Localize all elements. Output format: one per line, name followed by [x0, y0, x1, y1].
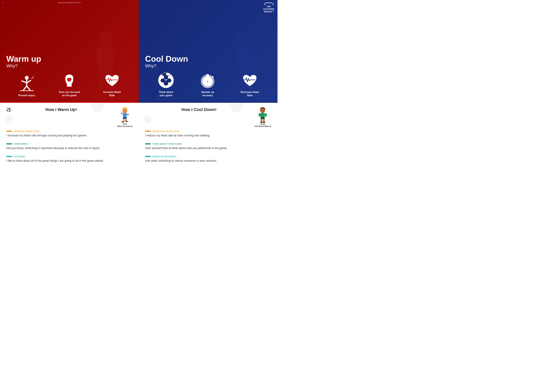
- copyright-text: ©: [2, 2, 3, 3]
- svg-text:⚜: ⚜: [207, 81, 208, 83]
- warmup-cat-label-2: STRETCHING: [14, 143, 28, 145]
- cooldown-title: Cool Down: [145, 54, 271, 63]
- svg-point-27: [236, 31, 249, 46]
- greg-mascot-figure: [257, 107, 269, 123]
- cooldown-hero: THECOACHINGMANUAL® Cool Down Why?: [139, 0, 278, 102]
- cooldown-category-heartrate: DECREASE HEART RATE: [145, 130, 271, 132]
- bar-green-2: [145, 143, 151, 144]
- warmup-icon-heartrate: Increase HeartRate: [103, 71, 121, 97]
- cooldown-hero-content: Cool Down Why?: [145, 54, 271, 99]
- cooldown-cat-label-1: DECREASE HEART RATE: [152, 130, 179, 132]
- warmup-item-stretching: STRETCHING Did you know, stretching is i…: [6, 143, 132, 150]
- cooldown-subtitle: Why?: [145, 63, 271, 68]
- cooldown-icon-heartrate-label: Decrease HeartRate: [241, 91, 259, 97]
- warmup-icons-row: Prevent injury Gets you f: [6, 71, 132, 99]
- svg-rect-20: [121, 112, 123, 114]
- soccer-ball-icon-warm: ⚽: [6, 107, 11, 112]
- svg-line-9: [27, 80, 31, 83]
- deco-plus-2: +: [3, 185, 6, 191]
- warmup-content-body: INCREASE HEART RATE I increase my heart …: [6, 130, 132, 166]
- cooldown-mascot: Greg Cool Down Mascot: [254, 107, 271, 128]
- bar-teal-1: [6, 156, 12, 157]
- greg-name: Greg: [260, 123, 265, 125]
- svg-point-69: [263, 122, 265, 123]
- svg-rect-21: [127, 114, 129, 115]
- warmup-hero: © www.thecoachingmanual.com Warm up Why?: [0, 0, 139, 102]
- warmup-section-header: ⚽ How I Warm Up!: [6, 107, 132, 128]
- warmup-icon-heartrate-label: Increase HeartRate: [103, 91, 121, 97]
- deco-circle-4: [144, 115, 151, 123]
- svg-rect-62: [265, 113, 267, 117]
- soccer-ball-large-icon: [157, 71, 175, 89]
- svg-rect-60: [261, 113, 265, 117]
- sam-mascot-figure: [118, 107, 131, 123]
- website-url: www.thecoachingmanual.com: [58, 2, 81, 3]
- cooldown-icon-recovery-label: Speeds uprecovery: [201, 91, 214, 97]
- svg-point-57: [260, 108, 265, 113]
- svg-rect-22: [123, 117, 127, 119]
- warmup-hero-content: Warm up Why?: [6, 54, 132, 99]
- svg-point-58: [261, 110, 262, 111]
- svg-point-59: [263, 110, 264, 111]
- cooldown-section-header: ⚽ How I Cool Down!: [145, 107, 271, 128]
- cooldown-icon-game: Think aboutyour game: [157, 71, 175, 97]
- cooldown-item-heartrate: DECREASE HEART RATE I reduce my heart ra…: [145, 130, 271, 138]
- cooldown-panel: THECOACHINGMANUAL® Cool Down Why?: [139, 0, 278, 196]
- warmup-category-stretching: STRETCHING: [6, 143, 132, 145]
- cooldown-item-game: THINK ABOUT YOUR GAME Give yourself time…: [145, 143, 271, 150]
- svg-point-18: [125, 110, 126, 111]
- deco-plus-5: +: [256, 131, 258, 137]
- warmup-category-focusing: FOCUSING: [6, 155, 132, 158]
- deco-plus-1: +: [107, 181, 110, 186]
- greg-subtitle: Cool Down Mascot: [254, 125, 271, 127]
- svg-rect-65: [261, 117, 265, 119]
- warmup-item-focusing: FOCUSING I like to think about all of th…: [6, 155, 132, 163]
- svg-line-11: [27, 86, 30, 90]
- warmup-subtitle: Why?: [6, 63, 132, 68]
- warmup-panel: © www.thecoachingmanual.com Warm up Why?: [0, 0, 139, 196]
- cooldown-category-recovery: SPEED UP RECOVERY: [145, 155, 271, 158]
- bar-orange-2: [145, 131, 151, 132]
- warmup-cat-label-1: INCREASE HEART RATE: [14, 130, 40, 132]
- cooldown-icon-recovery: ⚜ Speeds uprecovery: [199, 71, 216, 97]
- cooldown-content: + + + ⚽ How I Cool Down!: [139, 102, 278, 196]
- warmup-cat-label-3: FOCUSING: [14, 155, 25, 158]
- heart-rate-blue-icon: [241, 71, 258, 89]
- warmup-text-1: I increase my heart rate through running…: [6, 133, 132, 138]
- cooldown-text-2: Give yourself time to think about how yo…: [145, 146, 271, 150]
- bar-orange-1: [6, 131, 12, 132]
- warmup-icon-focus: Gets you focusedon the game: [59, 71, 80, 97]
- cooldown-content-body: DECREASE HEART RATE I reduce my heart ra…: [145, 130, 271, 166]
- heart-rate-icon: [103, 71, 121, 89]
- warmup-category-heartrate: INCREASE HEART RATE: [6, 130, 132, 132]
- brain-head-icon: [61, 71, 78, 89]
- svg-point-16: [123, 108, 127, 114]
- svg-line-10: [24, 86, 27, 90]
- cooldown-cat-label-2: THINK ABOUT YOUR GAME: [152, 143, 182, 145]
- warmup-icon-focus-label: Gets you focusedon the game: [59, 91, 80, 97]
- cooldown-text-1: I reduce my heart rate by slow running a…: [145, 133, 271, 138]
- cooldown-category-game: THINK ABOUT YOUR GAME: [145, 143, 271, 145]
- svg-line-8: [22, 81, 27, 83]
- warmup-icon-injury-label: Prevent injury: [18, 94, 35, 97]
- deco-plus-4: +: [142, 185, 145, 191]
- logo-arc: [264, 2, 274, 5]
- sam-subtitle: Warm up mascot: [117, 125, 132, 127]
- prevent-injury-icon: [18, 75, 36, 92]
- svg-point-6: [25, 76, 29, 80]
- cooldown-icon-game-label: Think aboutyour game: [159, 91, 173, 97]
- warmup-icon-injury: Prevent injury: [18, 75, 36, 97]
- bar-green-1: [6, 143, 12, 144]
- warmup-title: Warm up: [6, 54, 132, 63]
- deco-plus-3: +: [246, 181, 249, 186]
- warmup-content: + + ⚽ How I Warm Up!: [0, 102, 139, 196]
- warmup-mascot: Sam Warm up mascot: [117, 107, 132, 128]
- coaching-manual-logo: THECOACHINGMANUAL®: [263, 2, 274, 13]
- logo-text: THECOACHINGMANUAL®: [263, 5, 274, 13]
- svg-rect-61: [259, 113, 261, 117]
- bar-teal-2: [145, 156, 151, 157]
- deco-circle-2: [5, 115, 13, 123]
- cooldown-cat-label-3: SPEED UP RECOVERY: [152, 155, 176, 158]
- warmup-item-heartrate: INCREASE HEART RATE I increase my heart …: [6, 130, 132, 138]
- cooldown-icon-heartrate: Decrease HeartRate: [241, 71, 259, 97]
